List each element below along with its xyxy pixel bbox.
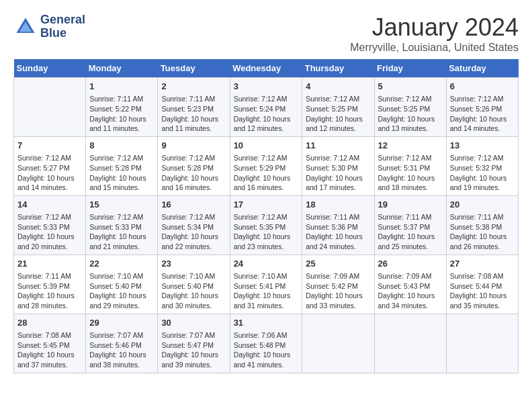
calendar-table: SundayMondayTuesdayWednesdayThursdayFrid… xyxy=(13,59,519,373)
day-info: Sunrise: 7:11 AM Sunset: 5:22 PM Dayligh… xyxy=(89,94,154,134)
day-number: 17 xyxy=(234,199,299,211)
day-number: 4 xyxy=(306,81,370,93)
day-number: 2 xyxy=(161,81,226,93)
day-info: Sunrise: 7:11 AM Sunset: 5:23 PM Dayligh… xyxy=(161,94,226,134)
day-number: 1 xyxy=(89,81,154,93)
day-number: 19 xyxy=(378,199,443,211)
calendar-cell: 30Sunrise: 7:07 AM Sunset: 5:47 PM Dayli… xyxy=(158,314,230,373)
calendar-cell: 24Sunrise: 7:10 AM Sunset: 5:41 PM Dayli… xyxy=(230,255,302,314)
calendar-cell: 22Sunrise: 7:10 AM Sunset: 5:40 PM Dayli… xyxy=(86,255,158,314)
title-block: January 2024 Merryville, Louisiana, Unit… xyxy=(350,13,519,54)
calendar-cell: 9Sunrise: 7:12 AM Sunset: 5:28 PM Daylig… xyxy=(158,136,230,195)
calendar-cell: 16Sunrise: 7:12 AM Sunset: 5:34 PM Dayli… xyxy=(158,195,230,255)
day-info: Sunrise: 7:12 AM Sunset: 5:28 PM Dayligh… xyxy=(89,153,154,193)
logo: General Blue xyxy=(13,13,85,40)
day-number: 24 xyxy=(234,258,299,270)
day-number: 22 xyxy=(89,258,154,270)
calendar-cell: 31Sunrise: 7:06 AM Sunset: 5:48 PM Dayli… xyxy=(230,314,302,373)
day-info: Sunrise: 7:12 AM Sunset: 5:24 PM Dayligh… xyxy=(234,94,299,134)
calendar-row: 28Sunrise: 7:08 AM Sunset: 5:45 PM Dayli… xyxy=(14,314,519,373)
calendar-header-row: SundayMondayTuesdayWednesdayThursdayFrid… xyxy=(14,59,519,78)
calendar-cell: 17Sunrise: 7:12 AM Sunset: 5:35 PM Dayli… xyxy=(230,195,302,255)
day-info: Sunrise: 7:11 AM Sunset: 5:37 PM Dayligh… xyxy=(378,212,443,252)
calendar-cell xyxy=(446,314,518,373)
day-number: 8 xyxy=(89,140,154,152)
calendar-row: 14Sunrise: 7:12 AM Sunset: 5:33 PM Dayli… xyxy=(14,195,519,255)
day-number: 31 xyxy=(234,317,299,329)
calendar-cell: 11Sunrise: 7:12 AM Sunset: 5:30 PM Dayli… xyxy=(302,136,374,195)
calendar-cell xyxy=(374,314,446,373)
day-info: Sunrise: 7:09 AM Sunset: 5:43 PM Dayligh… xyxy=(378,271,443,311)
day-info: Sunrise: 7:12 AM Sunset: 5:28 PM Dayligh… xyxy=(161,153,226,193)
weekday-header: Friday xyxy=(374,59,446,78)
calendar-cell: 8Sunrise: 7:12 AM Sunset: 5:28 PM Daylig… xyxy=(86,136,158,195)
day-number: 11 xyxy=(306,140,370,152)
calendar-cell: 2Sunrise: 7:11 AM Sunset: 5:23 PM Daylig… xyxy=(158,78,230,137)
calendar-cell xyxy=(302,314,374,373)
calendar-cell: 7Sunrise: 7:12 AM Sunset: 5:27 PM Daylig… xyxy=(14,136,86,195)
calendar-cell: 12Sunrise: 7:12 AM Sunset: 5:31 PM Dayli… xyxy=(374,136,446,195)
day-info: Sunrise: 7:12 AM Sunset: 5:33 PM Dayligh… xyxy=(17,212,82,252)
day-number: 9 xyxy=(161,140,226,152)
calendar-cell: 6Sunrise: 7:12 AM Sunset: 5:26 PM Daylig… xyxy=(446,78,518,137)
calendar-cell xyxy=(14,78,86,137)
day-info: Sunrise: 7:11 AM Sunset: 5:39 PM Dayligh… xyxy=(17,271,82,311)
day-number: 14 xyxy=(17,199,82,211)
weekday-header: Wednesday xyxy=(230,59,302,78)
day-number: 26 xyxy=(378,258,443,270)
weekday-header: Monday xyxy=(86,59,158,78)
calendar-cell: 3Sunrise: 7:12 AM Sunset: 5:24 PM Daylig… xyxy=(230,78,302,137)
logo-text: General Blue xyxy=(40,13,85,40)
day-info: Sunrise: 7:10 AM Sunset: 5:40 PM Dayligh… xyxy=(161,271,226,311)
day-info: Sunrise: 7:12 AM Sunset: 5:25 PM Dayligh… xyxy=(306,94,370,134)
weekday-header: Sunday xyxy=(14,59,86,78)
location-title: Merryville, Louisiana, United States xyxy=(350,42,519,54)
day-number: 18 xyxy=(306,199,370,211)
day-info: Sunrise: 7:11 AM Sunset: 5:36 PM Dayligh… xyxy=(306,212,370,252)
page-header: General Blue January 2024 Merryville, Lo… xyxy=(13,13,519,54)
day-info: Sunrise: 7:12 AM Sunset: 5:25 PM Dayligh… xyxy=(378,94,443,134)
calendar-cell: 1Sunrise: 7:11 AM Sunset: 5:22 PM Daylig… xyxy=(86,78,158,137)
day-info: Sunrise: 7:12 AM Sunset: 5:35 PM Dayligh… xyxy=(234,212,299,252)
calendar-row: 21Sunrise: 7:11 AM Sunset: 5:39 PM Dayli… xyxy=(14,255,519,314)
day-info: Sunrise: 7:12 AM Sunset: 5:33 PM Dayligh… xyxy=(89,212,154,252)
day-info: Sunrise: 7:07 AM Sunset: 5:47 PM Dayligh… xyxy=(161,330,226,370)
day-info: Sunrise: 7:09 AM Sunset: 5:42 PM Dayligh… xyxy=(306,271,370,311)
weekday-header: Tuesday xyxy=(158,59,230,78)
calendar-cell: 14Sunrise: 7:12 AM Sunset: 5:33 PM Dayli… xyxy=(14,195,86,255)
calendar-cell: 27Sunrise: 7:08 AM Sunset: 5:44 PM Dayli… xyxy=(446,255,518,314)
day-number: 6 xyxy=(450,81,515,93)
day-number: 21 xyxy=(17,258,82,270)
calendar-cell: 29Sunrise: 7:07 AM Sunset: 5:46 PM Dayli… xyxy=(86,314,158,373)
calendar-cell: 25Sunrise: 7:09 AM Sunset: 5:42 PM Dayli… xyxy=(302,255,374,314)
day-number: 30 xyxy=(161,317,226,329)
day-info: Sunrise: 7:12 AM Sunset: 5:31 PM Dayligh… xyxy=(378,153,443,193)
day-info: Sunrise: 7:12 AM Sunset: 5:32 PM Dayligh… xyxy=(450,153,515,193)
day-number: 5 xyxy=(378,81,443,93)
day-info: Sunrise: 7:11 AM Sunset: 5:38 PM Dayligh… xyxy=(450,212,515,252)
day-number: 27 xyxy=(450,258,515,270)
day-info: Sunrise: 7:06 AM Sunset: 5:48 PM Dayligh… xyxy=(234,330,299,370)
calendar-body: 1Sunrise: 7:11 AM Sunset: 5:22 PM Daylig… xyxy=(14,78,519,373)
calendar-cell: 15Sunrise: 7:12 AM Sunset: 5:33 PM Dayli… xyxy=(86,195,158,255)
day-number: 12 xyxy=(378,140,443,152)
calendar-cell: 20Sunrise: 7:11 AM Sunset: 5:38 PM Dayli… xyxy=(446,195,518,255)
calendar-cell: 5Sunrise: 7:12 AM Sunset: 5:25 PM Daylig… xyxy=(374,78,446,137)
day-info: Sunrise: 7:07 AM Sunset: 5:46 PM Dayligh… xyxy=(89,330,154,370)
calendar-cell: 26Sunrise: 7:09 AM Sunset: 5:43 PM Dayli… xyxy=(374,255,446,314)
calendar-cell: 21Sunrise: 7:11 AM Sunset: 5:39 PM Dayli… xyxy=(14,255,86,314)
calendar-row: 7Sunrise: 7:12 AM Sunset: 5:27 PM Daylig… xyxy=(14,136,519,195)
calendar-row: 1Sunrise: 7:11 AM Sunset: 5:22 PM Daylig… xyxy=(14,78,519,137)
day-number: 3 xyxy=(234,81,299,93)
day-info: Sunrise: 7:10 AM Sunset: 5:40 PM Dayligh… xyxy=(89,271,154,311)
day-info: Sunrise: 7:12 AM Sunset: 5:29 PM Dayligh… xyxy=(234,153,299,193)
logo-icon xyxy=(13,15,38,39)
calendar-cell: 13Sunrise: 7:12 AM Sunset: 5:32 PM Dayli… xyxy=(446,136,518,195)
day-number: 28 xyxy=(17,317,82,329)
calendar-cell: 28Sunrise: 7:08 AM Sunset: 5:45 PM Dayli… xyxy=(14,314,86,373)
day-number: 20 xyxy=(450,199,515,211)
day-info: Sunrise: 7:12 AM Sunset: 5:34 PM Dayligh… xyxy=(161,212,226,252)
calendar-cell: 4Sunrise: 7:12 AM Sunset: 5:25 PM Daylig… xyxy=(302,78,374,137)
weekday-header: Thursday xyxy=(302,59,374,78)
day-info: Sunrise: 7:12 AM Sunset: 5:30 PM Dayligh… xyxy=(306,153,370,193)
